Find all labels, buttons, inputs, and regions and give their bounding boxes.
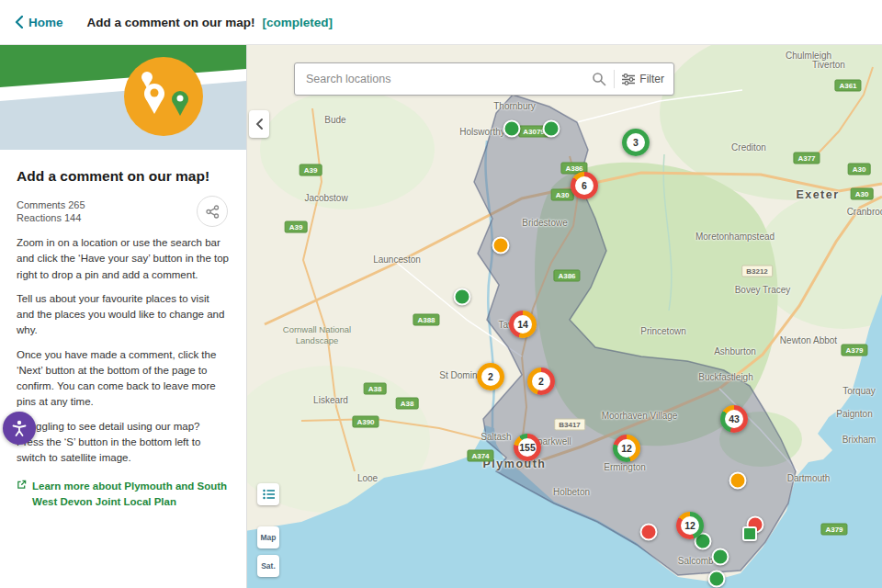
map-canvas[interactable]: BudeThornburyHolsworthyChulmleighTiverto…: [246, 44, 882, 588]
town-label: Brixham: [842, 435, 876, 445]
map-pin-marker[interactable]: [454, 288, 471, 306]
town-label: Thornbury: [493, 101, 536, 111]
legend-button[interactable]: [257, 483, 279, 505]
town-label: Launceston: [373, 254, 421, 265]
cluster-marker[interactable]: 14: [509, 311, 537, 338]
comments-count: Comments 265: [17, 199, 85, 210]
learn-more-label: Learn more about Plymouth and South West…: [32, 479, 230, 509]
map-pin-marker[interactable]: [712, 548, 729, 566]
map-pin-marker[interactable]: [729, 472, 747, 490]
road-badge: B3417: [554, 419, 585, 431]
cluster-count: 3: [627, 133, 645, 152]
road-badge: A390: [352, 416, 379, 428]
road-badge: A30: [848, 164, 871, 175]
comments-label: Comments: [17, 199, 65, 210]
search-icon[interactable]: [592, 72, 606, 86]
cluster-marker[interactable]: 12: [676, 512, 704, 539]
road-badge: A38: [364, 383, 387, 395]
cluster-marker[interactable]: 155: [514, 434, 541, 461]
map-pin-marker[interactable]: [742, 526, 757, 541]
area-label: Cornwall National Landscape: [273, 324, 361, 347]
town-label: Exeter: [796, 188, 839, 201]
cluster-count: 155: [518, 438, 537, 457]
town-label: Bovey Tracey: [735, 285, 791, 295]
chevron-left-icon: [255, 119, 263, 130]
share-icon: [206, 205, 220, 219]
road-badge: A30: [551, 189, 574, 201]
cluster-marker[interactable]: 12: [613, 435, 640, 462]
search-input[interactable]: [304, 72, 584, 86]
page-title: Add a comment on our map!: [87, 16, 255, 29]
town-label: Liskeard: [313, 395, 348, 405]
stats-row: Comments 265 Reactions 144: [17, 196, 230, 227]
cluster-count: 12: [617, 439, 636, 458]
map-view-label: Map: [261, 533, 277, 542]
town-label: Torquay: [842, 386, 876, 396]
stats: Comments 265 Reactions 144: [17, 198, 85, 225]
cluster-marker[interactable]: 43: [720, 405, 748, 433]
top-header: Home Add a comment on our map! [complete…: [0, 0, 882, 45]
map-pins-logo: [124, 57, 203, 136]
external-link-icon: [17, 480, 27, 490]
cluster-marker[interactable]: 2: [527, 368, 555, 395]
sidebar-paragraphs: Zoom in on a location or use the search …: [17, 235, 230, 466]
accessibility-icon: [10, 419, 28, 437]
learn-more-link[interactable]: Learn more about Plymouth and South West…: [17, 479, 230, 509]
town-label: Bude: [324, 115, 345, 125]
road-badge: A39: [300, 164, 322, 176]
cluster-count: 12: [681, 516, 699, 535]
sidebar-collapse-button[interactable]: [249, 110, 269, 138]
road-badge: A374: [467, 450, 493, 462]
filter-button[interactable]: Filter: [622, 73, 664, 85]
town-label: Princetown: [640, 326, 685, 336]
road-badge: A39: [285, 221, 308, 233]
town-label: Ermington: [604, 462, 646, 472]
map-pin-marker[interactable]: [492, 237, 510, 254]
town-label: Newton Abbot: [780, 335, 837, 345]
sidebar: Add a comment on our map! Comments 265 R…: [0, 44, 247, 588]
search-bar: Filter: [294, 62, 674, 96]
town-label: Holsworthy: [459, 127, 504, 137]
search-divider: [614, 70, 615, 88]
sidebar-paragraph: Struggling to see detail using our map? …: [17, 419, 230, 467]
road-badge: B3212: [741, 266, 773, 277]
cluster-marker[interactable]: 6: [571, 172, 598, 199]
cluster-marker[interactable]: 3: [622, 129, 650, 156]
sidebar-paragraph: Zoom in on a location or use the search …: [17, 235, 230, 283]
reactions-count: Reactions 144: [17, 212, 85, 223]
page: { "header": { "home_label": "Home", "tit…: [0, 0, 882, 588]
road-badge: A38: [396, 398, 419, 410]
town-label: Looe: [357, 473, 378, 483]
map-pin-marker[interactable]: [640, 524, 658, 541]
road-badge: A388: [413, 314, 439, 326]
accessibility-widget-button[interactable]: [3, 412, 36, 445]
town-label: Chulmleigh: [786, 51, 831, 61]
town-label: Saltash: [481, 432, 511, 442]
cluster-count: 43: [725, 410, 743, 428]
cluster-count: 2: [532, 372, 550, 390]
map-pin-marker[interactable]: [543, 120, 560, 138]
town-label: Jacobstow: [304, 193, 347, 203]
map-controls: Map Sat.: [257, 483, 279, 577]
town-label: Bridestowe: [522, 218, 567, 228]
sidebar-paragraph: Once you have made a comment, click the …: [17, 347, 230, 411]
road-badge: A30: [851, 188, 874, 200]
status-badge: [completed]: [263, 16, 334, 29]
road-badge: A377: [793, 153, 820, 164]
filter-label: Filter: [639, 73, 664, 85]
cluster-marker[interactable]: 2: [477, 363, 504, 390]
town-label: Dartmouth: [787, 473, 831, 483]
map-pin-marker[interactable]: [503, 120, 521, 138]
map-view-button[interactable]: Map: [257, 526, 279, 548]
town-label: Plymouth: [483, 458, 547, 470]
map-pin-marker[interactable]: [708, 571, 726, 588]
share-button[interactable]: [197, 196, 228, 227]
home-back-link[interactable]: Home: [15, 16, 63, 29]
town-label: Moretonhampstead: [695, 232, 775, 242]
legend-list-icon: [263, 489, 275, 500]
town-label: Moorhaven Village: [602, 411, 678, 421]
town-label: Cranbrook: [847, 207, 882, 217]
satellite-view-button[interactable]: Sat.: [257, 555, 279, 577]
reactions-value: 144: [64, 212, 81, 223]
town-label: Buckfastleigh: [698, 372, 752, 382]
